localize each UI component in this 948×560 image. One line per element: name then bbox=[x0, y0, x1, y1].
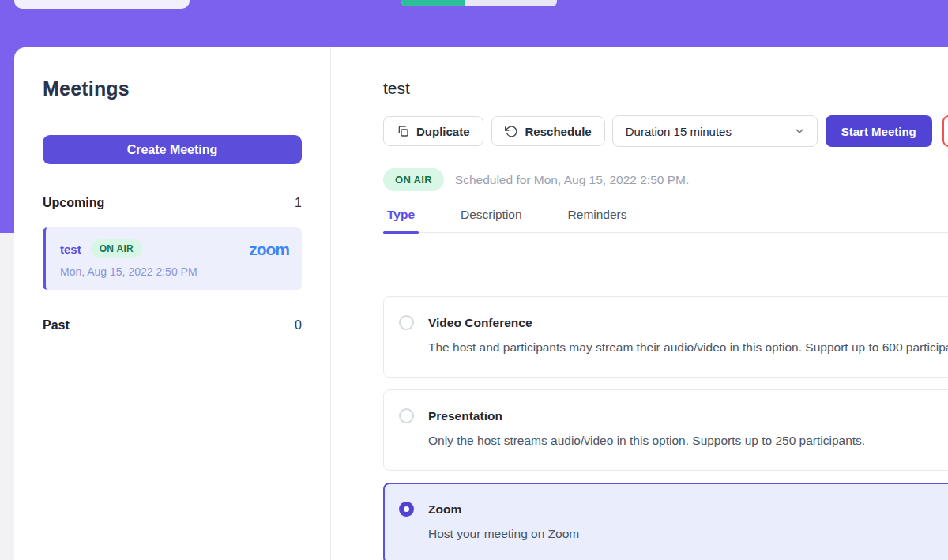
duplicate-label: Duplicate bbox=[416, 125, 470, 138]
copy-icon bbox=[397, 125, 409, 137]
tab-description[interactable]: Description bbox=[457, 208, 526, 232]
meeting-item-title: test bbox=[60, 242, 81, 256]
reschedule-button[interactable]: Reschedule bbox=[491, 116, 605, 146]
sidebar-title: Meetings bbox=[43, 77, 302, 100]
meeting-type-options: Video Conference The host and participan… bbox=[383, 296, 948, 560]
tab-type[interactable]: Type bbox=[383, 208, 419, 232]
progress-bar bbox=[401, 0, 557, 6]
page-title: test bbox=[383, 79, 948, 98]
option-description: Only the host streams audio/video in thi… bbox=[428, 430, 865, 452]
option-video-conference[interactable]: Video Conference The host and participan… bbox=[383, 296, 948, 378]
chevron-down-icon bbox=[793, 125, 806, 137]
start-meeting-button[interactable]: Start Meeting bbox=[826, 115, 932, 147]
scheduled-text: Scheduled for Mon, Aug 15, 2022 2:50 PM. bbox=[455, 173, 689, 187]
tab-bar: Type Description Reminders bbox=[383, 208, 948, 233]
upcoming-count: 1 bbox=[295, 196, 302, 210]
meetings-sidebar: Meetings Create Meeting Upcoming 1 test … bbox=[14, 47, 331, 560]
radio-icon[interactable] bbox=[399, 408, 414, 423]
meeting-detail-panel: test Duplicate Reschedul bbox=[331, 47, 948, 560]
tab-reminders[interactable]: Reminders bbox=[564, 208, 631, 232]
upcoming-label: Upcoming bbox=[43, 196, 104, 210]
option-presentation[interactable]: Presentation Only the host streams audio… bbox=[383, 389, 948, 471]
past-section-header: Past 0 bbox=[43, 318, 302, 333]
progress-bar-fill bbox=[401, 0, 465, 6]
content-card: Meetings Create Meeting Upcoming 1 test … bbox=[14, 47, 948, 560]
radio-icon[interactable] bbox=[399, 315, 414, 330]
reschedule-label: Reschedule bbox=[525, 125, 592, 138]
on-air-badge: ON AIR bbox=[91, 239, 142, 258]
top-cutoff-panel bbox=[14, 0, 190, 9]
past-label: Past bbox=[43, 318, 70, 333]
past-count: 0 bbox=[295, 318, 302, 333]
meeting-list-item[interactable]: test ON AIR zoom Mon, Aug 15, 2022 2:50 … bbox=[43, 227, 302, 290]
duration-select[interactable]: Duration 15 minutes bbox=[612, 115, 818, 147]
create-meeting-button[interactable]: Create Meeting bbox=[43, 135, 302, 164]
on-air-status-badge: ON AIR bbox=[383, 168, 444, 191]
radio-checked-icon[interactable] bbox=[399, 502, 414, 517]
upcoming-section-header: Upcoming 1 bbox=[43, 196, 302, 210]
option-description: Host your meeting on Zoom bbox=[428, 523, 579, 545]
toolbar: Duplicate Reschedule Duration 15 minutes bbox=[383, 115, 948, 147]
option-description: The host and participants may stream the… bbox=[428, 336, 948, 359]
option-title: Presentation bbox=[428, 406, 865, 426]
refresh-icon bbox=[505, 125, 518, 138]
option-zoom[interactable]: Zoom Host your meeting on Zoom bbox=[383, 483, 948, 560]
option-title: Video Conference bbox=[428, 313, 948, 333]
duration-value: Duration 15 minutes bbox=[626, 125, 732, 138]
duplicate-button[interactable]: Duplicate bbox=[383, 116, 483, 146]
delete-meeting-button[interactable] bbox=[942, 115, 948, 147]
status-row: ON AIR Scheduled for Mon, Aug 15, 2022 2… bbox=[383, 168, 948, 191]
meeting-item-datetime: Mon, Aug 15, 2022 2:50 PM bbox=[60, 265, 289, 278]
option-title: Zoom bbox=[428, 499, 579, 519]
zoom-logo: zoom bbox=[249, 241, 289, 257]
